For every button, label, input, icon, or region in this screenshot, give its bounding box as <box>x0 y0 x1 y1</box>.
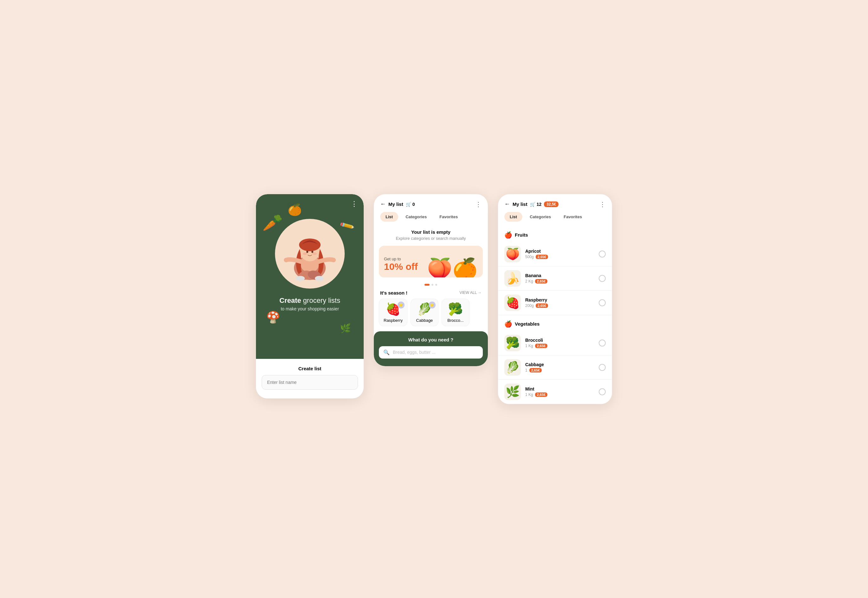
season-title: It's season ! <box>380 290 407 296</box>
view-all-button[interactable]: VIEW ALL → <box>459 290 482 295</box>
svg-point-9 <box>311 251 313 253</box>
tabs-bar-3: List Categories Favorites <box>498 212 612 226</box>
menu-icon[interactable]: ⋮ <box>351 200 358 208</box>
promo-text: Get up to 10% off <box>384 257 427 278</box>
promo-discount: 10% off <box>384 261 427 272</box>
mushroom-decoration: 🍄 <box>266 311 280 324</box>
cabbage-checkbox[interactable] <box>599 364 606 371</box>
promo-get-up-to: Get up to <box>384 257 427 261</box>
mint-image: 🌿 <box>504 384 521 400</box>
broccoli-info: Broccoli 1 Kg 2,65€ <box>525 338 594 348</box>
fruits-category: 🍎 Fruits <box>498 226 612 242</box>
banana-checkbox[interactable] <box>599 275 606 282</box>
header3-left: ← My list 🛒 12 32,5€ <box>504 201 558 208</box>
tab3-categories[interactable]: Categories <box>524 212 556 222</box>
dot-3 <box>435 284 437 286</box>
season-item-cabbage[interactable]: ⭐ 🥬 Cabbage <box>410 299 438 326</box>
empty-state: Your list is empty Explore categories or… <box>374 226 488 243</box>
raspberry-label: Raspberry <box>384 318 403 323</box>
apricot-name: Apricot <box>525 249 594 254</box>
svg-point-8 <box>306 251 308 253</box>
grocery-item-banana: 🍌 Banana 2 Kg 2,65€ <box>498 266 612 291</box>
apricot-price: 2,65€ <box>536 255 548 259</box>
tab3-favorites[interactable]: Favorites <box>558 212 587 222</box>
search-section-title: What do you need ? <box>379 337 483 342</box>
promo-fruits-illustration: 🍑🍊 <box>427 259 478 278</box>
mint-qty: 1 Kg <box>525 392 533 397</box>
basket-badge: 🛒 0 <box>406 202 415 207</box>
vegetables-category: 🍎 Vegetables <box>498 315 612 331</box>
search-bar[interactable]: 🔍 Bread, eggs, butter ... <box>379 346 483 359</box>
vegetables-category-title: 🍎 Vegetables <box>504 317 606 330</box>
banana-image: 🍌 <box>504 270 521 287</box>
grocery-item-raspberry: 🍓 Raspberry 200g 2,65€ <box>498 291 612 315</box>
cabbage-meta: 1 2,65€ <box>525 368 594 372</box>
apricot-checkbox[interactable] <box>599 251 606 257</box>
banana-meta: 2 Kg 2,65€ <box>525 279 594 284</box>
grocery-item-apricot: 🍑 Apricot 500g 2,65€ <box>498 242 612 266</box>
broccoli-label: Brocco... <box>447 318 464 323</box>
header-left: ← My list 🛒 0 <box>380 201 415 208</box>
star-badge-raspberry: ⭐ <box>398 302 404 308</box>
tab-categories[interactable]: Categories <box>400 212 432 222</box>
basket-icon: 🛒 <box>406 202 411 207</box>
cabbage-image: 🥬 <box>504 359 521 376</box>
more-menu-button-3[interactable]: ⋮ <box>599 200 606 208</box>
dot-1 <box>425 284 430 286</box>
apricot-meta: 500g 2,65€ <box>525 255 594 259</box>
tagline: Create grocery lists to make your shoppi… <box>274 296 345 312</box>
tabs-bar: List Categories Favorites <box>374 212 488 226</box>
season-item-broccoli[interactable]: 🥦 Brocco... <box>441 299 470 326</box>
carrot-decoration: 🥕 <box>262 213 283 232</box>
season-items-list: ⭐ 🍓 Raspberry ⭐ 🥬 Cabbage 🥦 Brocco... <box>374 299 488 331</box>
star-badge-cabbage: ⭐ <box>429 302 435 308</box>
basket-count-3: 12 <box>537 202 542 207</box>
cabbage-name: Cabbage <box>525 362 594 367</box>
more-menu-button[interactable]: ⋮ <box>475 200 482 208</box>
season-item-raspberry[interactable]: ⭐ 🍓 Raspberry <box>379 299 407 326</box>
mint-price: 2,65€ <box>535 392 548 397</box>
back-button[interactable]: ← <box>380 201 386 208</box>
apricot-info: Apricot 500g 2,65€ <box>525 249 594 259</box>
tab-list[interactable]: List <box>380 212 398 222</box>
price-badge: 32,5€ <box>544 202 558 207</box>
vegetables-icon: 🍎 <box>504 320 512 328</box>
broccoli-meta: 1 Kg 2,65€ <box>525 344 594 348</box>
mint-meta: 1 Kg 2,65€ <box>525 392 594 397</box>
raspberry-checkbox[interactable] <box>599 299 606 306</box>
raspberry-price: 2,65€ <box>536 303 548 308</box>
empty-title: Your list is empty <box>380 229 482 235</box>
svg-point-7 <box>315 276 324 281</box>
vegetables-label: Vegetables <box>515 321 539 327</box>
tagline-bold: Create <box>280 296 301 304</box>
list-name-input[interactable] <box>262 375 358 390</box>
broccoli-image: 🥦 <box>504 335 521 351</box>
mint-checkbox[interactable] <box>599 388 606 395</box>
tagline-rest: grocery lists <box>301 296 340 304</box>
back-button-3[interactable]: ← <box>504 201 510 208</box>
screen-create-list: ⋮ 🍊 🥕 ✏️ 🍄 🌿 <box>256 194 364 398</box>
header3-title: My list <box>513 202 527 207</box>
basket-badge-3: 🛒 12 <box>530 202 542 207</box>
banana-info: Banana 2 Kg 2,65€ <box>525 273 594 284</box>
tab-favorites[interactable]: Favorites <box>434 212 463 222</box>
apricot-qty: 500g <box>525 255 534 259</box>
raspberry-meta: 200g 2,65€ <box>525 303 594 308</box>
create-list-title: Create list <box>262 366 358 371</box>
screens-container: ⋮ 🍊 🥕 ✏️ 🍄 🌿 <box>256 194 612 404</box>
fruits-label: Fruits <box>515 232 528 238</box>
header-title: My list <box>388 202 403 207</box>
fruits-category-title: 🍎 Fruits <box>504 228 606 241</box>
banana-qty: 2 Kg <box>525 279 533 284</box>
avatar-illustration <box>275 219 345 289</box>
carousel-dots <box>374 284 488 286</box>
raspberry-qty: 200g <box>525 303 534 308</box>
basket-count: 0 <box>413 202 415 207</box>
tab3-list[interactable]: List <box>504 212 522 222</box>
pencil-decoration: ✏️ <box>339 217 356 234</box>
grocery-item-cabbage: 🥬 Cabbage 1 2,65€ <box>498 355 612 380</box>
cabbage-label: Cabbage <box>416 318 433 323</box>
svg-point-10 <box>303 253 307 255</box>
search-placeholder: Bread, eggs, butter ... <box>393 350 435 355</box>
broccoli-checkbox[interactable] <box>599 339 606 347</box>
